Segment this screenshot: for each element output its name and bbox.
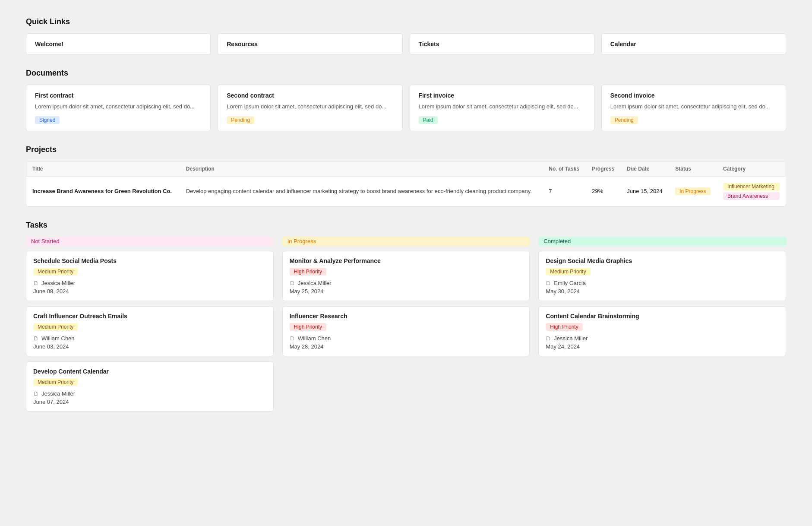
task-card: Develop Content CalendarMedium Priority🗋… (26, 361, 274, 412)
project-category-cell: Influencer MarketingBrand Awareness (717, 176, 786, 206)
task-assignee: 🗋Jessica Miller (33, 390, 266, 397)
task-title: Craft Influencer Outreach Emails (33, 313, 266, 320)
task-assignee: 🗋Jessica Miller (290, 280, 523, 286)
task-column-header: Completed (538, 237, 786, 246)
projects-table-wrap: TitleDescriptionNo. of TasksProgressDue … (26, 161, 786, 207)
task-column: In ProgressMonitor & Analyze Performance… (282, 237, 530, 412)
project-status-badge: In Progress (675, 187, 710, 195)
document-title: First invoice (419, 92, 585, 99)
project-title-cell: Increase Brand Awareness for Green Revol… (26, 176, 180, 206)
assignee-name: Jessica Miller (554, 335, 588, 342)
document-card: Second contractLorem ipsum dolor sit ame… (218, 85, 402, 131)
task-column-header: Not Started (26, 237, 274, 246)
task-priority-badge: High Priority (290, 323, 326, 331)
assignee-name: Jessica Miller (298, 280, 332, 286)
documents-grid: First contractLorem ipsum dolor sit amet… (26, 85, 786, 131)
projects-col-header: Due Date (621, 162, 669, 177)
task-priority-badge: High Priority (546, 323, 582, 331)
task-due-date: June 03, 2024 (33, 343, 266, 350)
tasks-section: Tasks Not StartedSchedule Social Media P… (26, 221, 786, 412)
quick-links-grid: Welcome!ResourcesTicketsCalendar (26, 33, 786, 55)
quick-link-card[interactable]: Resources (218, 33, 402, 55)
quick-link-card[interactable]: Calendar (601, 33, 786, 55)
file-icon: 🗋 (33, 390, 39, 397)
document-title: Second invoice (610, 92, 777, 99)
table-row: Increase Brand Awareness for Green Revol… (26, 176, 786, 206)
quick-links-title: Quick Links (26, 17, 786, 26)
task-due-date: May 24, 2024 (546, 343, 779, 350)
projects-title: Projects (26, 145, 786, 154)
file-icon: 🗋 (33, 280, 39, 286)
projects-col-header: Status (669, 162, 717, 177)
project-progress-cell: 29% (586, 176, 621, 206)
document-card: First contractLorem ipsum dolor sit amet… (26, 85, 211, 131)
projects-col-header: Category (717, 162, 786, 177)
category-badge: Brand Awareness (723, 192, 780, 200)
project-desc-cell: Develop engaging content calendar and in… (180, 176, 543, 206)
document-card: Second invoiceLorem ipsum dolor sit amet… (601, 85, 786, 131)
project-tasks-cell: 7 (543, 176, 586, 206)
tasks-title: Tasks (26, 221, 786, 230)
task-column: CompletedDesign Social Media GraphicsMed… (538, 237, 786, 412)
file-icon: 🗋 (290, 335, 295, 342)
projects-col-header: Description (180, 162, 543, 177)
projects-col-header: Progress (586, 162, 621, 177)
task-priority-badge: Medium Priority (33, 268, 78, 276)
projects-section: Projects TitleDescriptionNo. of TasksPro… (26, 145, 786, 207)
task-due-date: June 08, 2024 (33, 288, 266, 295)
task-assignee: 🗋Emily Garcia (546, 280, 779, 286)
task-due-date: May 25, 2024 (290, 288, 523, 295)
task-priority-badge: Medium Priority (33, 378, 78, 386)
documents-title: Documents (26, 69, 786, 78)
quick-link-card[interactable]: Tickets (410, 33, 594, 55)
task-column: Not StartedSchedule Social Media PostsMe… (26, 237, 274, 412)
task-card: Content Calendar BrainstormingHigh Prior… (538, 306, 786, 356)
document-status-badge: Paid (419, 116, 438, 124)
task-card: Schedule Social Media PostsMedium Priori… (26, 251, 274, 301)
task-assignee: 🗋William Chen (33, 335, 266, 342)
document-card: First invoiceLorem ipsum dolor sit amet,… (410, 85, 594, 131)
projects-table: TitleDescriptionNo. of TasksProgressDue … (26, 162, 786, 206)
task-title: Schedule Social Media Posts (33, 257, 266, 264)
file-icon: 🗋 (546, 335, 551, 342)
task-title: Influencer Research (290, 313, 523, 320)
projects-table-body: Increase Brand Awareness for Green Revol… (26, 176, 786, 206)
assignee-name: William Chen (298, 335, 331, 342)
document-desc: Lorem ipsum dolor sit amet, consectetur … (419, 102, 585, 111)
document-status-badge: Signed (35, 116, 60, 124)
file-icon: 🗋 (546, 280, 551, 286)
task-due-date: May 28, 2024 (290, 343, 523, 350)
assignee-name: Emily Garcia (554, 280, 586, 286)
document-desc: Lorem ipsum dolor sit amet, consectetur … (610, 102, 777, 111)
task-title: Content Calendar Brainstorming (546, 313, 779, 320)
tasks-columns: Not StartedSchedule Social Media PostsMe… (26, 237, 786, 412)
task-card: Influencer ResearchHigh Priority🗋William… (282, 306, 530, 356)
quick-link-card[interactable]: Welcome! (26, 33, 211, 55)
task-title: Develop Content Calendar (33, 368, 266, 375)
task-card: Craft Influencer Outreach EmailsMedium P… (26, 306, 274, 356)
projects-table-header: TitleDescriptionNo. of TasksProgressDue … (26, 162, 786, 177)
projects-col-header: Title (26, 162, 180, 177)
task-title: Monitor & Analyze Performance (290, 257, 523, 264)
category-badge: Influencer Marketing (723, 183, 780, 190)
document-desc: Lorem ipsum dolor sit amet, consectetur … (227, 102, 393, 111)
task-assignee: 🗋William Chen (290, 335, 523, 342)
documents-section: Documents First contractLorem ipsum dolo… (26, 69, 786, 131)
document-desc: Lorem ipsum dolor sit amet, consectetur … (35, 102, 202, 111)
file-icon: 🗋 (290, 280, 295, 286)
task-priority-badge: Medium Priority (546, 268, 590, 276)
task-title: Design Social Media Graphics (546, 257, 779, 264)
document-title: First contract (35, 92, 202, 99)
task-due-date: May 30, 2024 (546, 288, 779, 295)
project-status-cell: In Progress (669, 176, 717, 206)
task-card: Monitor & Analyze PerformanceHigh Priori… (282, 251, 530, 301)
task-column-header: In Progress (282, 237, 530, 246)
document-status-badge: Pending (227, 116, 254, 124)
task-assignee: 🗋Jessica Miller (33, 280, 266, 286)
task-priority-badge: High Priority (290, 268, 326, 276)
projects-col-header: No. of Tasks (543, 162, 586, 177)
document-title: Second contract (227, 92, 393, 99)
file-icon: 🗋 (33, 335, 39, 342)
assignee-name: Jessica Miller (41, 390, 75, 397)
task-priority-badge: Medium Priority (33, 323, 78, 331)
